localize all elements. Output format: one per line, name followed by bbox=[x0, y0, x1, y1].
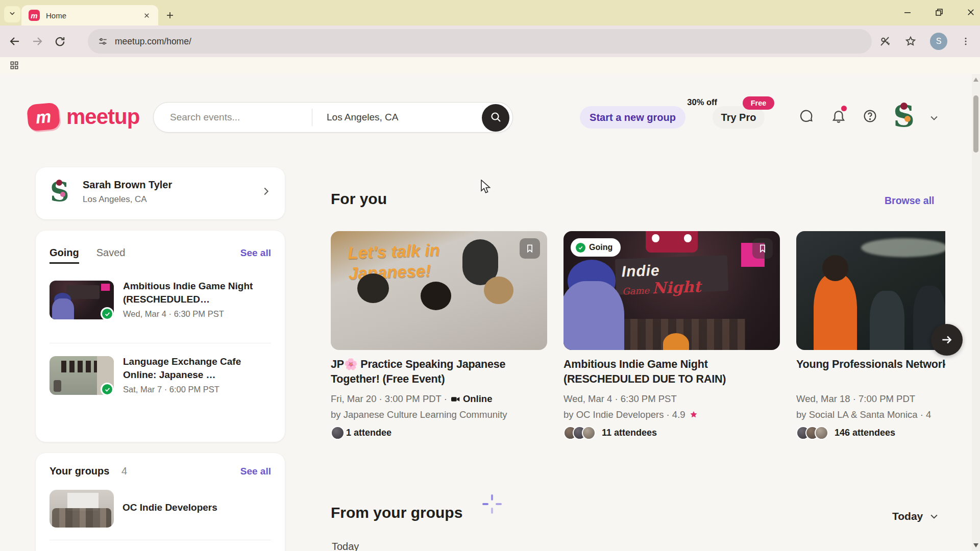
event-host: by OC Indie Developers · 4.9 bbox=[564, 409, 780, 420]
event-title[interactable]: JP🌸 Practice Speaking Japanese Together!… bbox=[331, 357, 547, 387]
browser-toolbar: meetup.com/home/ S bbox=[0, 26, 980, 57]
event-title[interactable]: Young Professionals Networking Meetup bbox=[796, 357, 945, 372]
event-date-text: Fri, Mar 20 · 3:00 PM PDT · bbox=[331, 393, 447, 405]
event-date: Sat, Mar 7 · 6:00 PM PST bbox=[123, 385, 219, 394]
browser-tab-home[interactable]: m Home bbox=[21, 5, 158, 26]
event-card[interactable]: Young Professionals Networking Meetup We… bbox=[796, 231, 945, 447]
back-button[interactable] bbox=[7, 34, 22, 49]
start-group-button[interactable]: Start a new group bbox=[580, 106, 685, 129]
groups-heading: Your groups bbox=[50, 465, 109, 477]
search-button[interactable] bbox=[482, 104, 509, 132]
profile-chevron-down-icon[interactable] bbox=[929, 113, 939, 125]
meetup-favicon: m bbox=[29, 10, 40, 21]
group-thumbnail[interactable] bbox=[50, 490, 114, 528]
online-label: Online bbox=[463, 393, 493, 405]
toolbar-right: S bbox=[879, 26, 980, 57]
meetup-page: m meetup Search events... Los Angeles, C… bbox=[0, 74, 980, 551]
group-name[interactable]: OC Indie Developers bbox=[122, 502, 217, 513]
groups-see-all-link[interactable]: See all bbox=[240, 466, 271, 477]
help-icon[interactable] bbox=[863, 109, 877, 126]
page-scrollbar[interactable] bbox=[972, 74, 980, 551]
attendees-row: 11 attendees bbox=[564, 426, 657, 440]
profile-card[interactable]: S Sarah Brown Tyler Los Angeles, CA bbox=[36, 167, 285, 219]
day-filter-dropdown[interactable]: Today bbox=[892, 510, 939, 522]
new-tab-button[interactable] bbox=[163, 9, 177, 22]
password-manager-icon[interactable] bbox=[879, 35, 891, 47]
notifications-icon[interactable] bbox=[831, 109, 846, 126]
camera-icon bbox=[451, 396, 460, 403]
groups-row-label: Today bbox=[332, 541, 359, 551]
scroll-down-arrow[interactable] bbox=[973, 541, 979, 550]
scrollbar-thumb[interactable] bbox=[973, 95, 978, 153]
attendee-avatars bbox=[796, 426, 824, 440]
sidebar-event-item[interactable]: Language Exchange Cafe Online: Japanese … bbox=[50, 355, 271, 404]
divider bbox=[50, 343, 271, 343]
attendee-count: 11 attendees bbox=[602, 428, 657, 438]
event-card[interactable]: Let's talk in Japanese! JP🌸 Practice Spe… bbox=[331, 231, 547, 447]
arrow-right-icon bbox=[940, 333, 953, 346]
going-badge: Going bbox=[571, 238, 621, 257]
loading-spinner bbox=[482, 494, 501, 514]
profile-location: Los Angeles, CA bbox=[83, 194, 147, 205]
bookmark-icon bbox=[757, 243, 768, 254]
avatar bbox=[582, 426, 596, 440]
host-text: by OC Indie Developers · 4.9 bbox=[564, 409, 685, 420]
event-image: Indie GameNight Going bbox=[564, 231, 780, 350]
next-arrow-button[interactable] bbox=[931, 324, 963, 356]
url-bar[interactable]: meetup.com/home/ bbox=[88, 29, 872, 54]
bookmark-button[interactable] bbox=[752, 238, 773, 259]
minimize-button[interactable] bbox=[902, 7, 913, 17]
from-groups-heading: From your groups bbox=[331, 504, 462, 521]
site-settings-icon[interactable] bbox=[98, 37, 108, 46]
online-badge: Online bbox=[451, 393, 493, 405]
tab-groups-grid-icon[interactable] bbox=[9, 60, 19, 70]
attendee-avatars bbox=[331, 426, 340, 440]
forward-button[interactable] bbox=[30, 34, 45, 49]
bookmark-button[interactable] bbox=[520, 238, 540, 259]
sign-text: Night bbox=[652, 278, 701, 297]
event-image: Let's talk in Japanese! bbox=[331, 231, 547, 350]
mouse-cursor bbox=[480, 180, 494, 197]
tab-close-icon[interactable] bbox=[142, 11, 151, 20]
meetup-logo[interactable]: m meetup bbox=[28, 104, 139, 130]
for-you-heading: For you bbox=[331, 190, 387, 208]
messages-icon[interactable] bbox=[798, 109, 814, 126]
scroll-up-arrow[interactable] bbox=[973, 75, 979, 84]
event-title: Language Exchange Cafe Online: Japanese … bbox=[123, 355, 276, 382]
search-icon bbox=[489, 111, 502, 125]
tab-strip: m Home bbox=[0, 0, 980, 26]
tab-saved[interactable]: Saved bbox=[96, 247, 126, 259]
event-card[interactable]: Indie GameNight Going bbox=[564, 231, 780, 447]
user-avatar[interactable]: S bbox=[893, 102, 915, 131]
free-badge: Free bbox=[743, 96, 774, 110]
search-input[interactable]: Search events... bbox=[154, 112, 312, 123]
event-date-text: Wed, Mar 18 · 7:00 PM PDT bbox=[796, 393, 915, 405]
bookmark-star-icon[interactable] bbox=[904, 35, 917, 47]
avatar bbox=[331, 426, 345, 440]
attendee-avatars bbox=[564, 426, 591, 440]
tab-going[interactable]: Going bbox=[50, 247, 79, 264]
sidebar-event-item[interactable]: Ambitious Indie Game Night (RESCHEDULED…… bbox=[50, 280, 271, 329]
chevron-right-icon bbox=[260, 186, 272, 199]
maximize-button[interactable] bbox=[934, 7, 944, 17]
events-see-all-link[interactable]: See all bbox=[240, 247, 271, 259]
url-text: meetup.com/home/ bbox=[115, 36, 191, 47]
close-button[interactable] bbox=[966, 7, 976, 17]
event-title[interactable]: Ambitious Indie Game Night (RESCHEDULED … bbox=[564, 357, 780, 387]
event-host: by Social LA & Santa Monica · 4 bbox=[796, 409, 945, 420]
browser-profile-avatar[interactable]: S bbox=[930, 33, 947, 50]
more-menu-icon[interactable] bbox=[961, 36, 971, 46]
browse-all-link[interactable]: Browse all bbox=[885, 195, 935, 207]
reload-button[interactable] bbox=[52, 34, 67, 49]
search-bar: Search events... Los Angeles, CA bbox=[153, 102, 513, 133]
divider bbox=[50, 540, 271, 540]
chevron-down-icon bbox=[929, 511, 939, 521]
tab-title: Home bbox=[46, 11, 142, 20]
attendee-count: 146 attendees bbox=[835, 428, 895, 438]
host-text: by Social LA & Santa Monica · 4 bbox=[796, 409, 931, 420]
profile-avatar: S bbox=[50, 179, 69, 205]
going-check-icon bbox=[101, 307, 114, 320]
profile-name: Sarah Brown Tyler bbox=[83, 179, 172, 191]
sign-text: Game bbox=[622, 285, 649, 297]
tab-search-button[interactable] bbox=[4, 6, 20, 22]
